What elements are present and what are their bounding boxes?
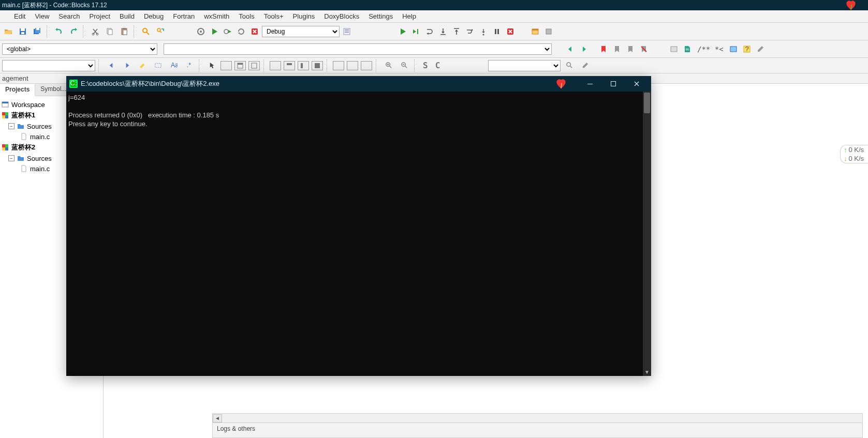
scroll-thumb[interactable] — [644, 93, 650, 113]
scope-combo[interactable]: <global> — [2, 43, 157, 55]
target-settings-icon[interactable] — [341, 25, 353, 38]
dialog-icon[interactable] — [234, 61, 246, 70]
build-icon[interactable] — [195, 25, 207, 38]
open-icon[interactable] — [2, 25, 14, 38]
console-output[interactable]: j=624 Process returned 0 (0x0) execution… — [66, 92, 651, 376]
bookmark-prev-icon[interactable] — [611, 43, 623, 55]
bookmark-clear-icon[interactable] — [638, 43, 650, 55]
maximize-button[interactable] — [601, 76, 625, 92]
zoom-out-icon[interactable] — [398, 60, 411, 71]
bookmark-next-icon[interactable] — [624, 43, 637, 55]
jump-forward-icon[interactable] — [120, 60, 134, 71]
menu-view[interactable]: View — [30, 11, 54, 21]
build-target-combo[interactable]: Debug — [262, 26, 340, 37]
cut-icon[interactable] — [89, 25, 101, 38]
run-to-cursor-icon[interactable] — [410, 25, 422, 38]
doxy-run-icon[interactable] — [668, 43, 680, 55]
svg-point-13 — [143, 28, 147, 33]
flexgrid-icon[interactable] — [312, 61, 323, 70]
spacer3-icon[interactable] — [361, 61, 372, 70]
step-out-icon[interactable] — [450, 25, 463, 38]
abort-icon[interactable] — [248, 25, 261, 38]
run-icon[interactable] — [208, 25, 220, 38]
toolbar-separator — [134, 25, 137, 38]
svg-rect-5 — [36, 28, 39, 30]
save-icon[interactable] — [17, 25, 29, 38]
logs-scrollbar[interactable]: ◄ — [213, 414, 862, 423]
menu-help[interactable]: Help — [398, 11, 421, 21]
undo-icon[interactable] — [53, 25, 65, 38]
frame-icon[interactable] — [248, 61, 260, 70]
highlight-icon[interactable] — [136, 60, 149, 71]
menu-build[interactable]: Build — [115, 11, 139, 21]
doxy-settings-icon[interactable] — [754, 43, 767, 55]
zoom-in-icon[interactable] — [382, 60, 395, 71]
vsizer-icon[interactable] — [284, 61, 295, 70]
paste-icon[interactable] — [118, 25, 130, 38]
spacer2-icon[interactable] — [347, 61, 358, 70]
source-button[interactable]: S — [420, 60, 431, 71]
save-all-icon[interactable] — [31, 25, 43, 38]
info-icon[interactable] — [542, 25, 555, 38]
break-icon[interactable] — [491, 25, 503, 38]
toolbar-row-scope: <global> /** *< ? — [0, 40, 868, 58]
expander-icon[interactable]: − — [8, 155, 14, 161]
scroll-left-icon[interactable]: ◄ — [213, 414, 222, 422]
menu-search[interactable]: Search — [54, 11, 84, 21]
svg-rect-42 — [252, 63, 257, 68]
selection-icon[interactable] — [151, 60, 165, 71]
pointer-icon[interactable] — [205, 60, 218, 71]
wrench-icon[interactable] — [578, 60, 592, 71]
svg-text:Aa: Aa — [170, 62, 177, 69]
search-settings-icon[interactable] — [563, 60, 576, 71]
find-combo[interactable] — [2, 60, 95, 71]
find-icon[interactable] — [140, 25, 152, 38]
menu-fortran[interactable]: Fortran — [168, 11, 199, 21]
nav-forward-icon[interactable] — [578, 43, 590, 55]
console-titlebar[interactable]: C: E:\codeblocks\蓝桥杯2\bin\Debug\蓝桥杯2.exe — [66, 76, 651, 92]
function-combo[interactable] — [164, 43, 552, 55]
build-run-icon[interactable] — [222, 25, 234, 38]
menu-wxsmith[interactable]: wxSmith — [199, 11, 234, 21]
close-button[interactable] — [625, 76, 648, 92]
menu-plugins[interactable]: Plugins — [288, 11, 320, 21]
doxy-block-icon[interactable] — [681, 43, 694, 55]
bookmark-toggle-icon[interactable] — [597, 43, 610, 55]
menu-tools[interactable]: Tools — [234, 11, 259, 21]
tab-projects[interactable]: Projects — [0, 84, 35, 96]
doxy-comment-button[interactable]: /** *< — [695, 43, 726, 55]
regex-icon[interactable]: .* — [182, 60, 196, 71]
menu-settings[interactable]: Settings — [364, 11, 398, 21]
panel-icon[interactable] — [220, 61, 232, 70]
spacer1-icon[interactable] — [333, 61, 344, 70]
find-replace-icon[interactable] — [154, 25, 167, 38]
rebuild-icon[interactable] — [235, 25, 247, 38]
menu-debug[interactable]: Debug — [139, 11, 168, 21]
copy-icon[interactable] — [104, 25, 116, 38]
menu-doxyblocks[interactable]: DoxyBlocks — [319, 11, 364, 21]
gridsizer-icon[interactable] — [298, 61, 309, 70]
debug-stop-icon[interactable] — [504, 25, 517, 38]
expander-icon[interactable]: − — [8, 123, 14, 129]
nav-back-icon[interactable] — [564, 43, 577, 55]
menu-toolsplus[interactable]: Tools+ — [259, 11, 288, 21]
console-scrollbar[interactable]: ▲ ▼ — [643, 92, 651, 376]
jump-back-icon[interactable] — [105, 60, 118, 71]
next-line-icon[interactable] — [423, 25, 436, 38]
minimize-button[interactable] — [578, 76, 601, 92]
scroll-down-icon[interactable]: ▼ — [643, 368, 651, 376]
debug-windows-icon[interactable] — [529, 25, 541, 38]
menu-project[interactable]: Project — [85, 11, 115, 21]
extra-combo[interactable] — [488, 60, 561, 71]
match-case-icon[interactable]: Aa — [167, 60, 180, 71]
next-instruction-icon[interactable] — [464, 25, 476, 38]
step-into-instruction-icon[interactable] — [477, 25, 490, 38]
step-into-icon[interactable] — [437, 25, 449, 38]
hsizer-icon[interactable] — [270, 61, 281, 70]
debug-start-icon[interactable] — [396, 25, 409, 38]
redo-icon[interactable] — [67, 25, 80, 38]
doxy-help-icon[interactable]: ? — [741, 43, 753, 55]
menu-edit[interactable]: Edit — [9, 11, 30, 21]
doxy-html-icon[interactable] — [727, 43, 740, 55]
header-button[interactable]: C — [433, 60, 443, 71]
